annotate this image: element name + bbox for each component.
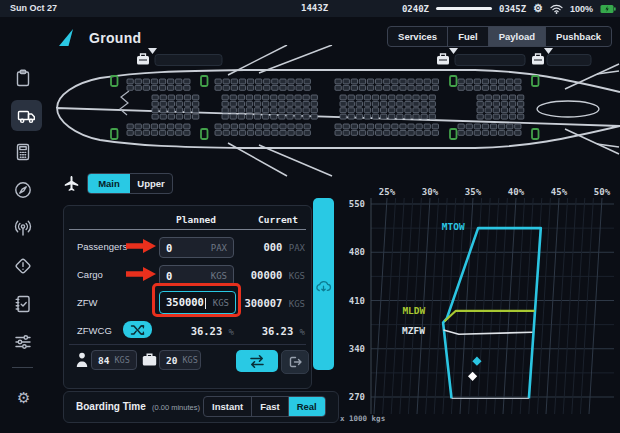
boarding-time-label: Boarding Time <box>76 401 146 412</box>
transfer-arrows-icon <box>248 354 266 369</box>
dropdown-triangle-icon <box>544 48 553 54</box>
gear-icon[interactable]: ⚙ <box>533 3 543 14</box>
passenger-icon <box>76 352 88 368</box>
truck-icon <box>16 106 37 126</box>
row-label-zfw: ZFW <box>77 297 98 308</box>
boarding-instant-button[interactable]: Instant <box>204 397 252 416</box>
ground-tab-bar: Services Fuel Payload Pushback <box>387 26 612 47</box>
clipboard-icon <box>13 68 33 88</box>
statusbar: Sun Oct 27 1443Z 0240Z 0345Z ⚙ 100% <box>0 0 620 17</box>
sidebar-item-ground-services[interactable] <box>11 100 42 131</box>
cargo-load-bar <box>547 55 591 66</box>
sidebar-item-hazard[interactable] <box>9 252 36 279</box>
sidebar-item-radio[interactable] <box>9 214 36 241</box>
svg-text:270: 270 <box>349 392 365 402</box>
transfer-button[interactable] <box>236 350 278 372</box>
svg-text:480: 480 <box>349 247 365 257</box>
passengers-current-value: 000 PAX <box>263 241 305 253</box>
wifi-icon <box>550 4 563 14</box>
svg-text:550: 550 <box>349 199 365 209</box>
deck-selector: Main Upper <box>64 173 173 194</box>
battery-icon <box>600 4 616 14</box>
cg-envelope-chart: 25%30%35%40%45%50%550480410340270MTOWMLD… <box>338 178 620 432</box>
boarding-fast-button[interactable]: Fast <box>252 397 289 416</box>
export-icon <box>287 355 303 369</box>
row-label-passengers: Passengers <box>77 241 127 252</box>
annotation-highlight-zfw <box>152 283 241 317</box>
boarding-time-sub: (0.00 minutes) <box>152 403 200 412</box>
calculator-icon <box>13 142 33 162</box>
svg-text:410: 410 <box>349 296 365 306</box>
time-slider[interactable] <box>436 7 492 10</box>
svg-text:50%: 50% <box>594 187 611 197</box>
sidebar-item-settings-sliders[interactable] <box>9 328 36 355</box>
sidebar-item-logbook[interactable] <box>9 290 36 317</box>
zfwcg-current-value: 36.23 % <box>262 325 305 337</box>
seat-map[interactable] <box>45 45 620 178</box>
sliders-icon <box>13 332 33 352</box>
boarding-speed-group: Instant Fast Real <box>203 396 326 417</box>
status-date: Sun Oct 27 <box>10 3 57 13</box>
chart-unit-note: x 1000 kgs <box>340 414 385 423</box>
tab-fuel[interactable]: Fuel <box>448 27 489 46</box>
column-header-planned: Planned <box>176 214 216 225</box>
bag-weight-field[interactable]: 20 KGS <box>159 350 201 370</box>
passengers-planned-input[interactable]: 0 PAX <box>159 237 234 258</box>
tab-pushback[interactable]: Pushback <box>546 27 611 46</box>
sidebar-item-clipboard[interactable] <box>9 64 36 91</box>
sidebar: ⚙ <box>0 17 45 433</box>
dropdown-triangle-icon <box>449 48 458 54</box>
time-window-end: 0345Z <box>499 4 526 14</box>
battery-percent: 100% <box>570 4 593 14</box>
deck-tab-main[interactable]: Main <box>88 174 130 193</box>
cargo-load-bar <box>455 55 525 66</box>
boarding-real-button[interactable]: Real <box>289 397 325 416</box>
pax-weight-field[interactable]: 84 KGS <box>91 350 137 370</box>
radio-icon <box>13 218 33 238</box>
annotation-arrow-cargo <box>126 267 157 281</box>
zfw-current-value: 300007 KGS <box>244 297 305 309</box>
tab-services[interactable]: Services <box>388 27 448 46</box>
svg-text:340: 340 <box>349 344 365 354</box>
gear-icon[interactable]: ⚙ <box>17 389 30 407</box>
header-underline <box>69 229 306 230</box>
compass-icon <box>13 180 33 200</box>
cargo-current-value: 00000 KGS <box>251 269 305 281</box>
svg-text:40%: 40% <box>508 187 525 197</box>
zfwcg-planned-value: 36.23 % <box>159 325 234 337</box>
row-label-cargo: Cargo <box>77 269 103 280</box>
hazard-diamond-icon <box>13 256 33 276</box>
time-window-start: 0240Z <box>402 4 429 14</box>
svg-text:MLDW: MLDW <box>402 305 425 316</box>
shuffle-icon <box>130 324 145 336</box>
sidebar-item-navigation[interactable] <box>9 176 36 203</box>
cloud-download-icon <box>315 280 332 294</box>
export-button[interactable] <box>281 350 309 374</box>
svg-text:30%: 30% <box>422 187 439 197</box>
airplane-icon <box>64 176 79 192</box>
logbook-icon <box>13 294 33 314</box>
annotation-arrow-passengers <box>126 239 157 253</box>
boarding-panel: Boarding Time (0.00 minutes) Instant Fas… <box>63 391 339 423</box>
page-title: Ground <box>89 30 141 46</box>
deck-tab-upper[interactable]: Upper <box>130 174 172 193</box>
svg-text:45%: 45% <box>551 187 568 197</box>
row-label-zfwcg: ZFWCG <box>77 325 112 336</box>
svg-text:25%: 25% <box>379 187 396 197</box>
load-slider[interactable] <box>313 198 334 370</box>
briefcase-icon <box>142 353 157 366</box>
column-header-current: Current <box>258 214 298 225</box>
efb-app: Sun Oct 27 1443Z 0240Z 0345Z ⚙ 100% Grou… <box>0 0 620 433</box>
sidebar-item-calculator[interactable] <box>9 138 36 165</box>
cg-envelope-plot: 25%30%35%40%45%50%550480410340270MTOWMLD… <box>338 178 620 432</box>
sidebar-divider <box>12 367 33 368</box>
zfwcg-toggle-button[interactable] <box>123 321 152 338</box>
tab-payload[interactable]: Payload <box>489 27 546 46</box>
dropdown-triangle-icon <box>148 48 157 54</box>
form-divider <box>69 344 306 345</box>
cargo-load-bar <box>155 55 222 66</box>
svg-text:MTOW: MTOW <box>442 221 465 232</box>
svg-text:35%: 35% <box>465 187 482 197</box>
svg-text:MZFW: MZFW <box>402 325 425 336</box>
status-utc-time: 1443Z <box>301 3 328 13</box>
